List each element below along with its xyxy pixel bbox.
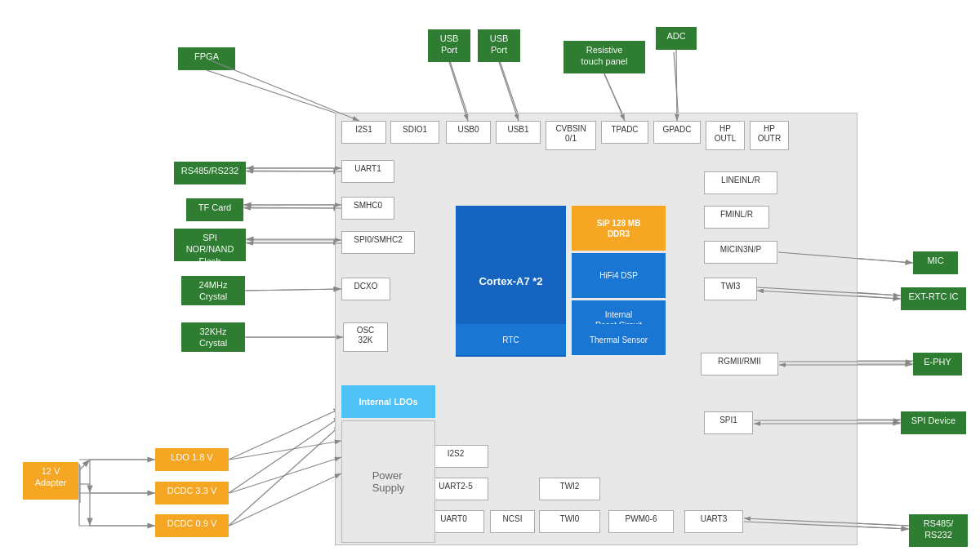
smhc0-box: SMHC0 — [341, 197, 394, 220]
crystal24-box: 24MHzCrystal — [181, 276, 245, 305]
svg-line-9 — [676, 50, 677, 121]
crystal24-label: 24MHzCrystal — [199, 280, 228, 301]
sip-label: SiP 128 MBDDR3 — [597, 218, 641, 239]
resistive-box: Resistivetouch panel — [564, 41, 645, 73]
uart3-box: UART3 — [684, 510, 743, 533]
spinor-box: SPI NOR/NANDFlash — [174, 229, 246, 261]
usbport2-label: USBPort — [490, 33, 509, 55]
svg-line-16 — [246, 289, 341, 291]
ncsi-box: NCSI — [490, 510, 535, 533]
svg-line-31 — [229, 441, 341, 460]
hp-outl-box: HPOUTL — [706, 121, 745, 150]
spi0smhc2-box: SPI0/SMHC2 — [341, 231, 415, 254]
dcdc33-box: DCDC 3.3 V — [155, 482, 229, 504]
adapter-ldo — [80, 460, 90, 469]
svg-line-33 — [229, 473, 341, 526]
sip-box: SiP 128 MBDDR3 — [572, 206, 666, 251]
mic-box: MIC — [913, 251, 958, 274]
rs485-uart1-r — [246, 171, 341, 171]
usbport1-label: USBPort — [440, 33, 459, 55]
resistive-label: Resistivetouch panel — [581, 45, 628, 66]
tfcard-smhc0 — [243, 207, 341, 208]
twi2-box: TWI2 — [539, 478, 600, 500]
crystal24-dcxo — [245, 289, 341, 291]
usb1-box: USB1 — [496, 121, 541, 144]
usb0-box: USB0 — [446, 121, 491, 144]
spi1-box: SPI1 — [704, 411, 753, 434]
adapter-label: 12 VAdapter — [35, 466, 67, 487]
uart1-box: UART1 — [341, 160, 394, 183]
twi0-box: TWI0 — [539, 510, 600, 533]
ldo18-box: LDO 1.8 V — [155, 448, 229, 471]
rtc-box: RTC — [456, 324, 566, 355]
rs485-1-box: RS485/RS232 — [174, 162, 246, 184]
dcdc09-box: DCDC 0.9 V — [155, 514, 229, 537]
adc-arrow — [674, 52, 679, 121]
i2s1-box: I2S1 — [341, 121, 386, 144]
lineinlr-box: LINEINL/R — [704, 171, 777, 194]
gpadc-box: GPADC — [653, 121, 701, 144]
rs485-2-label: RS485/RS232 — [924, 518, 954, 540]
rtc-label: RTC — [502, 335, 519, 345]
power-supply-area: PowerSupply — [341, 420, 435, 543]
rs485-2-box: RS485/RS232 — [909, 514, 968, 547]
hifi4-box: HiFi4 DSP — [572, 253, 666, 298]
adc-box: ADC — [656, 27, 697, 50]
dcxo-box: DCXO — [341, 278, 390, 300]
tpadc-box: TPADC — [601, 121, 648, 144]
usbport2-box: USBPort — [478, 29, 520, 62]
hifi4-label: HiFi4 DSP — [599, 270, 638, 281]
twi3-box: TWI3 — [704, 278, 757, 300]
tfcard-box: TF Card — [186, 198, 243, 221]
thermal-sensor-label: Thermal Sensor — [590, 335, 648, 345]
spi-device-box: SPI Device — [901, 411, 966, 434]
cvbsin-box: CVBSIN0/1 — [546, 121, 596, 150]
micin3np-box: MICIN3N/P — [704, 241, 777, 264]
internal-ldos-box: Internal LDOs — [341, 385, 435, 418]
usbport2-arrow — [499, 59, 520, 121]
diagram: FPGA USBPort USBPort Resistivetouch pane… — [0, 0, 980, 560]
ext-rtc-box: EXT-RTC IC — [901, 287, 966, 310]
ephy-box: E-PHY — [913, 353, 962, 376]
ldo-internal — [229, 408, 341, 460]
svg-line-32 — [229, 457, 341, 493]
hp-outr-box: HPOUTR — [750, 121, 789, 150]
thermal-sensor-box: Thermal Sensor — [572, 324, 666, 355]
dcdc09-internal — [229, 424, 341, 526]
spinor-label: SPI NOR/NANDFlash — [186, 233, 234, 266]
fminlr-box: FMINL/R — [704, 206, 769, 229]
usbport1-arrow — [449, 59, 470, 121]
cortex-label: Cortex-A7 *2 — [479, 275, 542, 287]
fpga-box: FPGA — [178, 47, 235, 70]
crystal32-box: 32KHzCrystal — [181, 322, 245, 352]
crystal32-label: 32KHzCrystal — [199, 327, 227, 348]
osc32k-box: OSC32K — [343, 322, 388, 352]
internal-ldos-label: Internal LDOs — [359, 397, 417, 407]
power-supply-label: PowerSupply — [372, 469, 405, 494]
dcdc33-internal — [229, 416, 341, 493]
rgmii-box: RGMII/RMII — [701, 353, 778, 376]
pwm06-box: PWM0-6 — [608, 510, 674, 533]
sdio1-box: SDIO1 — [390, 121, 439, 144]
usbport1-box: USBPort — [428, 29, 470, 62]
adapter-box: 12 VAdapter — [23, 462, 78, 500]
